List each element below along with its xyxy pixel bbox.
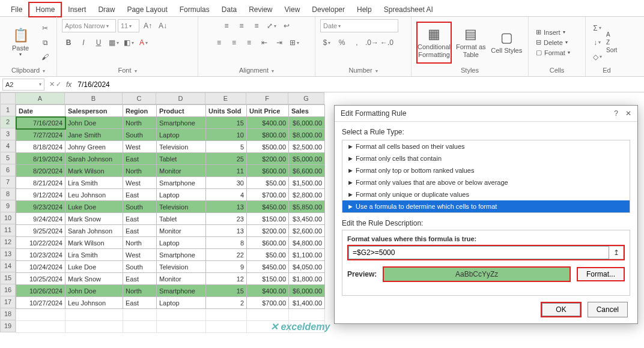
rule-type-option[interactable]: ► Format all cells based on their values [342,140,630,152]
cell[interactable]: $5,850.00 [289,201,325,213]
cell[interactable]: Mark Snow [65,213,123,225]
cell[interactable]: $2,800.00 [289,189,325,201]
row-header-9[interactable]: 9 [0,200,16,212]
col-header-G[interactable]: G [288,92,324,104]
paste-button[interactable]: 📋 Paste ▾ [5,22,36,64]
cell[interactable]: $700.00 [247,189,289,201]
cell[interactable]: South [123,201,157,213]
cell[interactable]: East [123,273,157,285]
tab-insert[interactable]: Insert [62,3,92,16]
rule-formula-input[interactable] [348,246,609,259]
cell[interactable]: Lira Smith [65,249,123,261]
col-header-C[interactable]: C [123,92,156,104]
increase-indent-icon[interactable]: ⇥ [273,36,286,49]
cell[interactable]: Sarah Johnson [65,225,123,237]
col-header-B[interactable]: B [65,92,123,104]
ok-button[interactable]: OK [542,303,580,316]
cell[interactable]: East [123,189,157,201]
tab-home[interactable]: Home [28,2,62,17]
cell[interactable]: 13 [206,225,247,237]
cell[interactable]: Mark Snow [65,273,123,285]
align-right-icon[interactable]: ≡ [243,36,256,49]
cell[interactable]: Mark Wilson [65,165,123,177]
cell[interactable]: 22 [206,249,247,261]
cell[interactable]: $50.00 [247,249,289,261]
cell[interactable]: South [123,261,157,273]
cell[interactable]: East [123,225,157,237]
cell[interactable]: East [123,297,157,309]
tab-formulas[interactable]: Formulas [174,3,216,16]
cell[interactable]: 2 [206,297,247,309]
header-cell[interactable]: Product [157,105,206,117]
fill-icon[interactable]: ↓ [591,36,604,49]
cell[interactable]: 23 [206,213,247,225]
cell[interactable]: $4,050.00 [289,261,325,273]
cell[interactable]: $6,000.00 [289,117,325,129]
cell[interactable]: Luke Doe [65,201,123,213]
cell[interactable]: 9/12/2024 [16,189,65,201]
insert-cells-button[interactable]: ⊞Insert▾ [533,28,573,37]
header-cell[interactable]: Region [123,105,157,117]
cell[interactable]: Smartphone [157,117,206,129]
cell[interactable] [157,309,206,321]
align-bottom-icon[interactable]: ≡ [250,19,263,32]
cell[interactable]: 25 [206,153,247,165]
col-header-E[interactable]: E [205,92,246,104]
name-box[interactable]: A2▾ [2,79,44,91]
cut-icon[interactable]: ✂ [38,22,52,35]
cell[interactable]: Smartphone [157,285,206,297]
cell[interactable]: Johny Green [65,141,123,153]
cell[interactable]: 30 [206,177,247,189]
range-picker-icon[interactable]: ↥ [609,246,624,259]
cell[interactable]: Tablet [157,213,206,225]
cell[interactable] [123,321,157,333]
italic-button[interactable]: I [77,36,90,49]
cell[interactable] [65,321,123,333]
format-cells-button[interactable]: ▢Format▾ [533,48,573,57]
col-header-D[interactable]: D [156,92,205,104]
font-color-button[interactable]: A [137,36,150,49]
tab-draw[interactable]: Draw [92,3,121,16]
cell[interactable]: Television [157,261,206,273]
cell[interactable]: North [123,165,157,177]
cell[interactable]: Laptop [157,129,206,141]
cell[interactable] [289,309,325,321]
cell[interactable]: North [123,285,157,297]
cell[interactable]: $600.00 [247,165,289,177]
row-header-4[interactable]: 4 [0,140,16,152]
cell[interactable]: Sarah Johnson [65,153,123,165]
cell[interactable]: Jane Smith [65,129,123,141]
row-header-7[interactable]: 7 [0,176,16,188]
cell[interactable]: Monitor [157,165,206,177]
col-header-A[interactable]: A [16,92,65,104]
cell[interactable]: 10/26/2024 [16,285,65,297]
close-icon[interactable]: ✕ [625,109,631,118]
wrap-text-icon[interactable]: ↩ [280,19,293,32]
format-button[interactable]: Format... [577,267,625,281]
header-cell[interactable]: Unit Price [247,105,289,117]
cell[interactable]: $6,600.00 [289,165,325,177]
cell[interactable]: 9 [206,261,247,273]
cell[interactable]: $400.00 [247,285,289,297]
cell[interactable]: $1,800.00 [289,273,325,285]
cell[interactable]: North [123,237,157,249]
cell[interactable]: $600.00 [247,237,289,249]
row-header-11[interactable]: 11 [0,224,16,236]
tab-spreadsheet-ai[interactable]: Spreadsheet AI [378,3,439,16]
align-top-icon[interactable]: ≡ [220,19,233,32]
fill-color-button[interactable]: ◧ [122,36,135,49]
cell[interactable]: $1,100.00 [289,249,325,261]
cell[interactable]: $50.00 [247,177,289,189]
cell[interactable]: 8/19/2024 [16,153,65,165]
col-header-F[interactable]: F [246,92,288,104]
cell[interactable]: Leu Johnson [65,189,123,201]
cell[interactable]: 15 [206,285,247,297]
cancel-formula-icon[interactable]: ✕ [49,80,55,88]
cell[interactable]: 8/20/2024 [16,165,65,177]
cell[interactable]: Television [157,201,206,213]
cell[interactable] [206,309,247,321]
align-left-icon[interactable]: ≡ [213,36,226,49]
row-header-18[interactable]: 18 [0,308,16,320]
help-icon[interactable]: ? [614,109,618,118]
cell[interactable] [16,321,65,333]
